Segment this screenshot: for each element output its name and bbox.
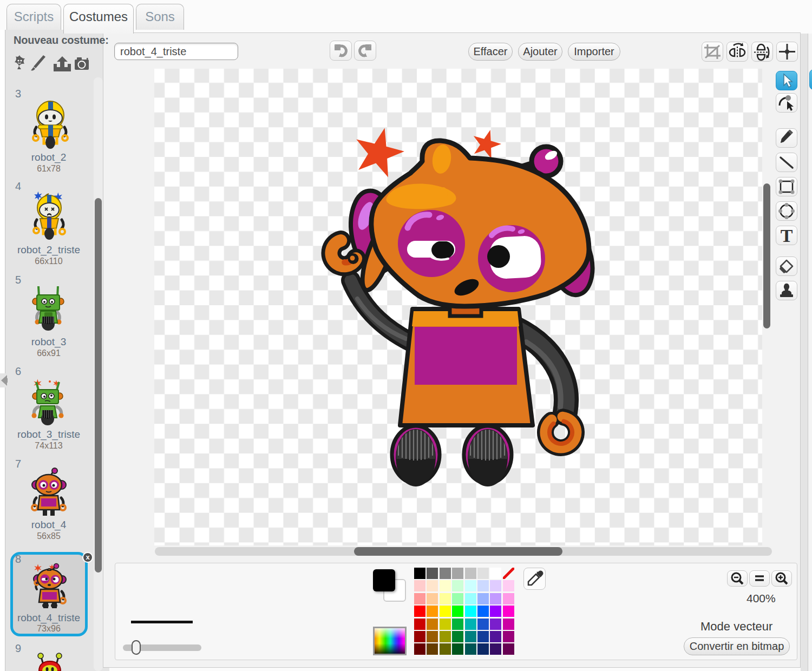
svg-text:T: T — [781, 226, 793, 245]
